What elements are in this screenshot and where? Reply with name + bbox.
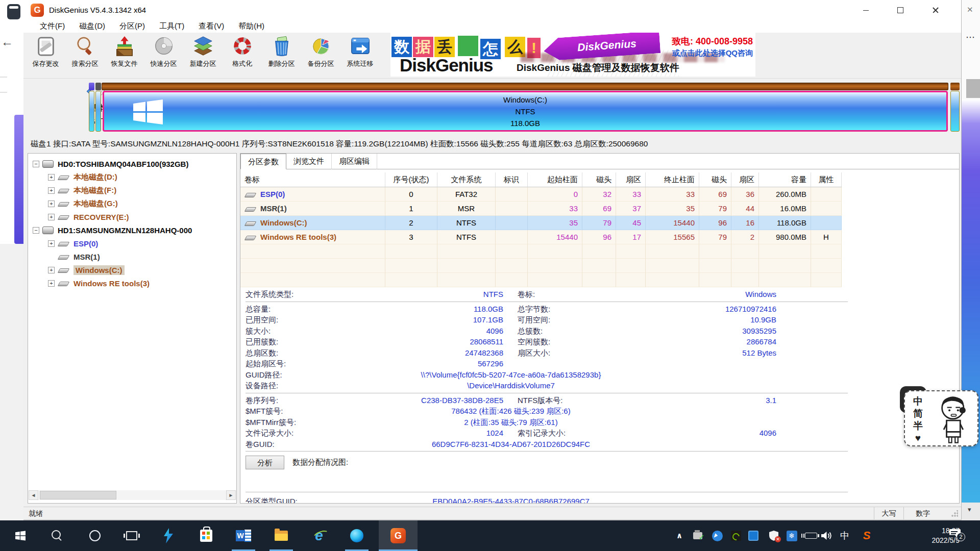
- tab-sector-edit[interactable]: 扇区编辑: [332, 154, 377, 169]
- tree-item-windows-c[interactable]: + Windows(C:): [48, 263, 125, 277]
- partition-icon: [58, 176, 70, 180]
- partition-icon: [58, 282, 70, 286]
- expand-icon[interactable]: +: [48, 187, 55, 194]
- quick-partition-button[interactable]: 快速分区: [144, 33, 183, 78]
- expand-icon[interactable]: +: [48, 174, 55, 181]
- table-row-msr[interactable]: MSR(1) 1 MSR 33 69 37 35 79 44 16.0MB: [240, 202, 842, 216]
- msr-partition-bar[interactable]: [95, 91, 101, 132]
- recover-files-button[interactable]: 恢复文件: [105, 33, 144, 78]
- advert-banner[interactable]: 数 据 丢 怎 么 ! DiskGenius DiskGenius 致电: 40…: [390, 33, 755, 77]
- collapse-icon[interactable]: −: [33, 227, 39, 234]
- internet-explorer-icon[interactable]: e: [308, 520, 330, 551]
- expand-icon[interactable]: +: [48, 267, 55, 273]
- resize-grip[interactable]: [951, 510, 958, 517]
- tray-security-shield-icon[interactable]: ✕: [766, 520, 782, 551]
- divider: [246, 393, 848, 393]
- tree-item-esp[interactable]: + ESP(0): [48, 237, 98, 250]
- menu-partition[interactable]: 分区(P): [112, 20, 152, 33]
- action-center-icon[interactable]: 2: [945, 520, 970, 551]
- windows-re-partition-bar[interactable]: [950, 91, 960, 132]
- ime-chinese-mode[interactable]: 中: [913, 395, 923, 408]
- tray-sogou-icon[interactable]: S: [859, 520, 875, 551]
- table-row-windows-c-selected[interactable]: Windows(C:) 2 NTFS 35 79 45 15440 96 16 …: [240, 216, 842, 230]
- tree-horizontal-scrollbar[interactable]: ◄ ►: [29, 490, 236, 500]
- table-row-windows-re[interactable]: Windows RE tools(3) 3 NTFS 15440 96 17 1…: [240, 230, 842, 244]
- microsoft-store-icon[interactable]: [195, 520, 217, 551]
- expand-icon[interactable]: +: [48, 280, 55, 287]
- tree-item-local-g[interactable]: + 本地磁盘(G:): [48, 197, 118, 210]
- new-partition-button[interactable]: 新建分区: [183, 33, 223, 78]
- tree-item-hd0[interactable]: − HD0:TOSHIBAMQ04ABF100(932GB): [33, 157, 188, 170]
- bolt-app-icon[interactable]: [157, 520, 180, 551]
- close-button[interactable]: [924, 0, 947, 20]
- tray-messenger-icon[interactable]: [709, 520, 725, 551]
- diskgenius-taskbar-icon[interactable]: G: [387, 520, 409, 551]
- taskbar-search-icon[interactable]: [46, 520, 68, 551]
- expand-icon[interactable]: +: [48, 214, 55, 220]
- expand-icon[interactable]: +: [48, 201, 55, 207]
- menu-tools[interactable]: 工具(T): [152, 20, 191, 33]
- partition-icon: [244, 221, 257, 226]
- tree-item-local-d[interactable]: + 本地磁盘(D:): [48, 170, 117, 184]
- menu-help[interactable]: 帮助(H): [231, 20, 272, 33]
- banner-qq-link[interactable]: 或点击此处选择QQ咨询: [672, 48, 753, 58]
- tray-intel-graphics-icon[interactable]: [746, 520, 761, 551]
- tray-snowflake-icon[interactable]: ❄: [784, 520, 799, 551]
- tree-item-windows-re[interactable]: + Windows RE tools(3): [48, 277, 150, 290]
- format-button[interactable]: 格式化: [223, 33, 262, 78]
- windows-c-partition-bar[interactable]: Windows(C:) NTFS 118.0GB: [103, 91, 948, 132]
- table-row-esp[interactable]: ESP(0) 0 FAT32 0 32 33 33 69 36 260.0MB: [240, 187, 842, 202]
- esp-partition-bar[interactable]: [89, 91, 94, 132]
- tray-ime-indicator[interactable]: 中: [837, 520, 852, 551]
- word-icon[interactable]: W: [232, 520, 255, 551]
- analyze-button[interactable]: 分析: [246, 456, 284, 469]
- background-window-left: ←: [0, 0, 23, 520]
- new-partition-icon: [192, 35, 214, 58]
- partition-icon: [58, 255, 70, 260]
- minimize-button[interactable]: [854, 0, 877, 20]
- ime-simplified-mode[interactable]: 简: [913, 408, 923, 420]
- menu-view[interactable]: 查看(V): [191, 20, 231, 33]
- save-changes-button[interactable]: 保存更改: [26, 33, 65, 78]
- search-partition-button[interactable]: 搜索分区: [65, 33, 105, 78]
- tray-chevron-up-icon[interactable]: ∧: [672, 520, 687, 551]
- tree-item-msr[interactable]: MSR(1): [58, 250, 100, 263]
- expand-icon[interactable]: +: [48, 240, 55, 247]
- delete-partition-icon: [271, 35, 293, 58]
- disk-icon: [42, 227, 54, 234]
- system-migration-button[interactable]: 系统迁移: [340, 33, 380, 78]
- save-changes-icon: [35, 35, 57, 58]
- tree-item-local-f[interactable]: + 本地磁盘(F:): [48, 184, 116, 197]
- tree-item-recovery-e[interactable]: + RECOVERY(E:): [48, 210, 129, 223]
- start-button[interactable]: [9, 520, 32, 551]
- cortana-icon[interactable]: [84, 520, 106, 551]
- menu-file[interactable]: 文件(F): [33, 20, 72, 33]
- detail-row: 起始扇区号:567296: [246, 358, 848, 369]
- backup-partition-button[interactable]: 备份分区: [301, 33, 340, 78]
- tray-updater-icon[interactable]: ✓: [690, 520, 705, 551]
- task-view-icon[interactable]: [120, 520, 143, 551]
- scroll-left-icon[interactable]: ◄: [29, 490, 38, 500]
- menu-bar: 文件(F) 磁盘(D) 分区(P) 工具(T) 查看(V) 帮助(H): [23, 20, 961, 33]
- collapse-icon[interactable]: −: [33, 161, 39, 167]
- heart-icon[interactable]: ♥: [915, 432, 921, 444]
- detail-row: 已用簇数:28068511 空闲簇数:2866784: [246, 336, 848, 347]
- tree-item-hd1[interactable]: − HD1:SAMSUNGMZNLN128HAHQ-000: [33, 223, 192, 237]
- delete-partition-button[interactable]: 删除分区: [262, 33, 301, 78]
- ime-mascot-icon: [936, 394, 972, 446]
- file-explorer-icon[interactable]: [270, 520, 292, 551]
- sogou-ime-widget[interactable]: 中 简 半 ♥: [904, 390, 978, 446]
- data-allocation-label: 数据分配情况图:: [292, 458, 348, 467]
- tray-volume-icon[interactable]: [818, 520, 835, 551]
- tray-nvidia-icon[interactable]: [728, 520, 744, 551]
- maximize-button[interactable]: [889, 0, 912, 20]
- scrollbar-thumb[interactable]: [40, 491, 116, 499]
- tab-partition-params[interactable]: 分区参数: [240, 154, 286, 169]
- scroll-right-icon[interactable]: ►: [226, 490, 236, 500]
- ime-halfwidth-mode[interactable]: 半: [913, 420, 923, 432]
- background-app-icon: [7, 4, 20, 19]
- edge-icon[interactable]: [346, 520, 368, 551]
- status-numlock: 数字: [903, 507, 942, 520]
- tab-browse-files[interactable]: 浏览文件: [286, 154, 332, 169]
- menu-disk[interactable]: 磁盘(D): [72, 20, 112, 33]
